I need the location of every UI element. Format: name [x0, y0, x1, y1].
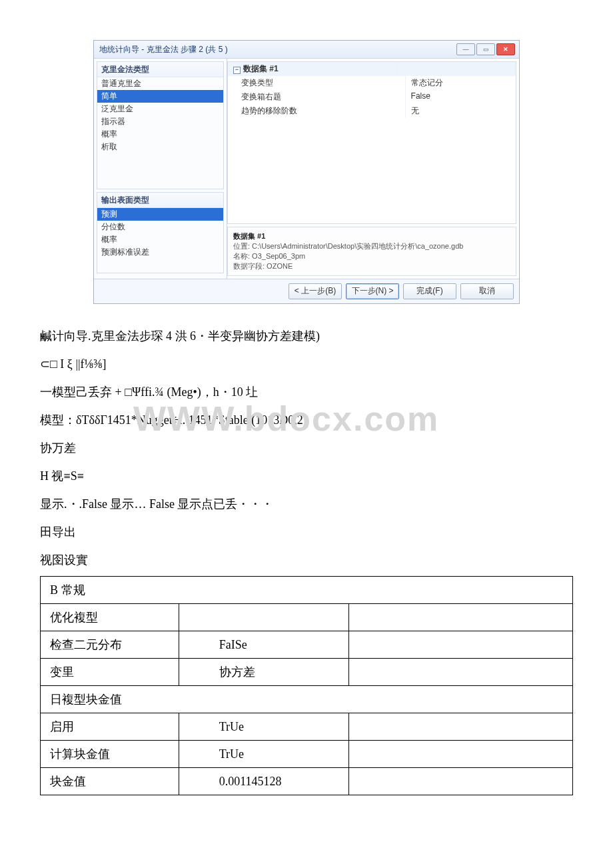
table-cell: [349, 631, 573, 659]
table-row: 检查二元分布 FaISe: [41, 631, 573, 659]
table-cell: [349, 741, 573, 768]
table-row: 变里 协方差: [41, 659, 573, 686]
list-item[interactable]: 指示器: [97, 115, 223, 128]
wizard-dialog: 地统计向导 - 克里金法 步骤 2 (共 5 ) — ▭ ✕ 克里金法类型 普通…: [93, 40, 520, 304]
propgrid-row: 变换箱右题 False: [228, 90, 516, 104]
table-cell: 变里: [41, 659, 179, 686]
collapse-icon[interactable]: −: [233, 67, 241, 74]
propgrid-header: −数据集 #1: [228, 62, 516, 76]
body-text: 显示.・.False 显示… False 显示点已丢・・・: [40, 492, 573, 516]
body-text: ⊂□ I ξ ||f⅛⅜]: [40, 352, 573, 376]
table-row: 日複型块金值: [41, 686, 573, 713]
table-cell: 块金值: [41, 768, 179, 795]
table-cell: [349, 604, 573, 631]
prop-value[interactable]: False: [406, 90, 516, 104]
list-item[interactable]: 简单: [97, 90, 223, 103]
table-cell: 检查二元分布: [41, 631, 179, 659]
list-item[interactable]: 泛克里金: [97, 103, 223, 115]
minimize-icon[interactable]: —: [456, 43, 475, 55]
desc-line: 数据字段: OZONE: [233, 262, 293, 270]
dialog-titlebar: 地统计向导 - 克里金法 步骤 2 (共 5 ) — ▭ ✕: [94, 41, 519, 59]
table-row: B 常规: [41, 577, 573, 604]
prop-key: 趋势的移除阶数: [228, 104, 406, 118]
table-row: 块金值 0.001145128: [41, 768, 573, 795]
prop-key: 变换箱右题: [228, 90, 406, 104]
table-cell: [349, 659, 573, 686]
next-button[interactable]: 下一步(N) >: [346, 283, 399, 299]
prop-value[interactable]: 无: [406, 104, 516, 118]
kriging-type-list[interactable]: 普通克里金 简单 泛克里金 指示器 概率 析取: [97, 77, 223, 189]
property-grid: −数据集 #1 变换类型 常态记分 变换箱右题 False 趋势的移除阶数: [227, 61, 516, 224]
desc-line: 位置: C:\Users\Administrator\Desktop\实验四地统…: [233, 242, 463, 250]
prop-value[interactable]: 常态记分: [406, 76, 516, 90]
settings-table: B 常规 优化複型 检查二元分布 FaISe 变里 协方差 日複型块金值 启用 …: [40, 576, 573, 795]
output-type-group: 输出表面类型 预测 分位数 概率 预测标准误差: [97, 192, 224, 273]
table-cell: [179, 604, 349, 631]
table-cell: TrUe: [179, 741, 349, 768]
table-cell: 优化複型: [41, 604, 179, 631]
dataset-description: 数据集 #1 位置: C:\Users\Administrator\Deskto…: [227, 227, 516, 276]
table-row: 启用 TrUe: [41, 713, 573, 741]
table-cell: 启用: [41, 713, 179, 741]
propgrid-row: 变换类型 常态记分: [228, 76, 516, 90]
dialog-button-bar: < 上一步(B) 下一步(N) > 完成(F) 取消: [94, 279, 519, 303]
kriging-type-group: 克里金法类型 普通克里金 简单 泛克里金 指示器 概率 析取: [97, 61, 224, 189]
table-row: 优化複型: [41, 604, 573, 631]
body-text: H 视≡S≡: [40, 464, 573, 488]
list-item[interactable]: 概率: [97, 128, 223, 141]
kriging-type-title: 克里金法类型: [97, 62, 223, 77]
close-icon[interactable]: ✕: [496, 43, 515, 55]
table-cell: 协方差: [179, 659, 349, 686]
finish-button[interactable]: 完成(F): [403, 283, 456, 299]
list-item[interactable]: 概率: [97, 233, 223, 246]
prop-key: 变换类型: [228, 76, 406, 90]
output-type-title: 输出表面类型: [97, 193, 223, 208]
table-row: 计算块金值 TrUe: [41, 741, 573, 768]
propgrid-header-label: 数据集 #1: [243, 64, 279, 73]
output-type-list[interactable]: 预测 分位数 概率 预测标准误差: [97, 208, 223, 273]
desc-title: 数据集 #1: [233, 232, 265, 240]
left-panel: 克里金法类型 普通克里金 简单 泛克里金 指示器 概率 析取 输出表面类型: [94, 59, 227, 279]
body-text: 视囹设實: [40, 548, 573, 572]
body-text: 模型：δTδδΓ1451*Nugget÷l. 1451*Stable (1013…: [40, 408, 573, 432]
maximize-icon[interactable]: ▭: [476, 43, 495, 55]
list-item[interactable]: 分位数: [97, 221, 223, 233]
cancel-button[interactable]: 取消: [460, 283, 514, 299]
wizard-dialog-screenshot: 地统计向导 - 克里金法 步骤 2 (共 5 ) — ▭ ✕ 克里金法类型 普通…: [93, 40, 520, 304]
table-cell: FaISe: [179, 631, 349, 659]
desc-line: 名称: O3_Sep06_3pm: [233, 252, 305, 260]
table-cell: [349, 768, 573, 795]
body-text: 协万差: [40, 436, 573, 460]
table-section-header: B 常规: [41, 577, 573, 604]
table-cell: 0.001145128: [179, 768, 349, 795]
body-text: 鹹计向导.克里金法步琛 4 洪 6・半变异幽协方差建模): [40, 324, 573, 348]
list-item[interactable]: 析取: [97, 141, 223, 153]
body-text: 田导出: [40, 520, 573, 544]
right-panel: −数据集 #1 变换类型 常态记分 变换箱右题 False 趋势的移除阶数: [227, 59, 519, 279]
table-cell: TrUe: [179, 713, 349, 741]
back-button[interactable]: < 上一步(B): [289, 283, 342, 299]
table-cell: [349, 713, 573, 741]
table-cell: 计算块金值: [41, 741, 179, 768]
list-item[interactable]: 预测标准误差: [97, 246, 223, 259]
list-item[interactable]: 预测: [97, 208, 223, 221]
list-item[interactable]: 普通克里金: [97, 77, 223, 90]
table-section-header: 日複型块金值: [41, 686, 573, 713]
body-text: 一模型己丢弃 + □Ψffi.¾ (Meg•)，h・10 圵: [40, 380, 573, 404]
window-controls: — ▭ ✕: [456, 43, 515, 55]
propgrid-row: 趋势的移除阶数 无: [228, 104, 516, 118]
dialog-title: 地统计向导 - 克里金法 步骤 2 (共 5 ): [99, 44, 228, 55]
